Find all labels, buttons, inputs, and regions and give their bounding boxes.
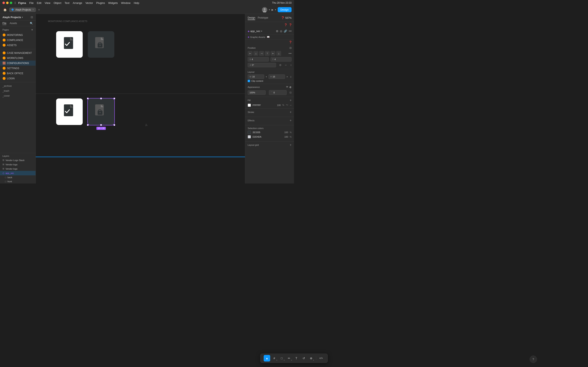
align-center-h-button[interactable]: ⊥ [253, 51, 258, 56]
resize-handle-tr[interactable] [113, 98, 115, 99]
fill-color-swatch[interactable] [248, 104, 251, 107]
corner-field[interactable]: ⌒ 0 [269, 90, 287, 95]
play-icon[interactable]: ▶ [272, 8, 273, 11]
project-name[interactable]: Aleph Projects ▾ [2, 16, 23, 19]
resize-handle-bc[interactable] [100, 124, 102, 126]
rotation-field[interactable]: ↺ 0° [248, 63, 276, 67]
expand-position-icon[interactable]: ⊡ [290, 47, 292, 49]
menu-plugins[interactable]: Plugins [96, 1, 105, 4]
canvas-frame-doc-check-2[interactable] [56, 99, 83, 125]
component-name[interactable]: ◈ app_sec ▾ [248, 30, 262, 33]
page-item-settings[interactable]: 🟠 SETTINGS [0, 66, 35, 71]
menu-view[interactable]: View [45, 1, 51, 4]
resize-handle-tl[interactable] [87, 98, 89, 99]
tab-design[interactable]: Design [248, 16, 255, 20]
resize-handle-tc[interactable] [100, 98, 102, 99]
add-tab-button[interactable]: + [37, 8, 41, 12]
minimize-button[interactable] [6, 2, 9, 4]
x-field[interactable]: X 4 [248, 57, 269, 62]
center-rotation-icon[interactable]: ⊙ [279, 64, 281, 67]
align-left-button[interactable]: ⊢ [248, 51, 252, 56]
page-item-compliance[interactable]: 🟠 COMPLIANCE [0, 38, 35, 43]
page-item-archive[interactable]: _archive [0, 83, 35, 89]
resize-handle-br[interactable] [113, 124, 115, 126]
tab-assets[interactable]: Assets [9, 22, 17, 25]
layer-vendor-logo-1[interactable]: ⊞ Vendor logo [0, 162, 35, 167]
fill-style-icon[interactable]: 〜 [286, 103, 288, 107]
flip-h-icon[interactable]: ↔ [285, 64, 287, 67]
menu-object[interactable]: Object [54, 1, 61, 4]
menu-edit[interactable]: Edit [37, 1, 41, 4]
add-effect-button[interactable]: + [290, 119, 292, 122]
canvas-frame-doc-lock-selected[interactable]: 16 × 16 [88, 99, 114, 125]
traffic-lights[interactable] [2, 2, 12, 4]
clip-content-checkbox[interactable]: ✓ [248, 80, 250, 82]
layer-vendor-logo-2[interactable]: ⊞ Vendor logo [0, 167, 35, 171]
tab-file[interactable]: File [2, 22, 6, 25]
page-item-workflows[interactable]: 🟠 WORKFLOWS [0, 55, 35, 60]
grid-icon[interactable]: ⊞ [276, 30, 278, 33]
menu-vector[interactable]: Vector [85, 1, 93, 4]
layer-back[interactable]: □ back [0, 175, 35, 179]
menu-text[interactable]: Text [65, 1, 69, 4]
search-icon[interactable]: 🔍 [30, 22, 33, 25]
page-item-assets[interactable]: 🟠 ASSETS [0, 43, 35, 48]
page-item-login[interactable]: 🟠 LOGIN [0, 76, 35, 81]
resize-handle-bl[interactable] [87, 124, 89, 126]
chevron-down-icon[interactable]: ▾ [269, 8, 270, 11]
page-item-configurations[interactable]: 🟫 CONFIGURATIONS [0, 60, 35, 66]
canvas-area[interactable]: MONITORING COMPLIANCE ASSETS [36, 14, 245, 184]
more-icon[interactable]: ••• [289, 30, 292, 33]
home-icon[interactable]: 🏠 [2, 7, 8, 12]
menu-help[interactable]: Help [134, 1, 139, 4]
sidebar-toggle-icon[interactable]: ⊟ [31, 16, 33, 19]
menu-window[interactable]: Window [121, 1, 130, 4]
page-item-case[interactable]: 🟠 CASE MANAGEMENT [0, 50, 35, 55]
remove-fill-icon[interactable]: − [290, 104, 292, 107]
close-button[interactable] [2, 2, 5, 4]
page-item-backoffice[interactable]: 🟠 BACK OFFICE [0, 71, 35, 76]
resize-proportional-icon[interactable]: ↕ [290, 75, 292, 78]
layer-vendor-logo-stack[interactable]: ⊞ Vendor Logo Stack [0, 158, 35, 162]
layer-front[interactable]: □ front [0, 179, 35, 184]
add-fill-button[interactable]: + [290, 99, 292, 102]
target-icon[interactable]: ◎ [280, 30, 282, 33]
y-field[interactable]: Y 4 [270, 57, 292, 62]
menu-file[interactable]: File [29, 1, 34, 4]
dropdown-w-icon[interactable]: ▾ [266, 76, 267, 78]
add-stroke-button[interactable]: + [290, 110, 292, 114]
sel-color-swatch-2[interactable] [248, 135, 251, 138]
menu-widgets[interactable]: Widgets [108, 1, 118, 4]
layer-app-sec[interactable]: ◇ app_sec [0, 171, 35, 175]
page-item-trash[interactable]: _trash [0, 89, 35, 93]
page-item-cover[interactable]: _cover [0, 93, 35, 98]
expand-corners-icon[interactable]: ⊡ [290, 91, 292, 94]
zoom-level[interactable]: 587% [285, 17, 292, 19]
fill-type-icon[interactable]: ◐ [290, 86, 292, 89]
opacity-field[interactable]: 100% [248, 90, 266, 95]
fill-opacity-value[interactable]: 100 [277, 104, 281, 106]
sel-color-swatch-1[interactable] [248, 131, 251, 134]
align-bottom-button[interactable]: ⊥ [276, 51, 281, 56]
align-center-v-button[interactable]: ⊢ [270, 51, 276, 56]
flip-v-icon[interactable]: ↕ [290, 64, 292, 67]
width-field[interactable]: W 16 [248, 75, 264, 79]
link-icon[interactable]: 🔗 [284, 30, 287, 33]
sel-color-hex-2[interactable]: D2D4DA [252, 136, 283, 138]
menu-arrange[interactable]: Arrange [73, 1, 82, 4]
chevron-down-icon-2[interactable]: ▾ [275, 8, 276, 11]
sel-color-hex-1[interactable]: 2E3335 [252, 131, 283, 133]
canvas-frame-doc-lock-dark[interactable] [88, 31, 114, 58]
dropdown-h-icon[interactable]: ▾ [287, 76, 288, 78]
maximize-button[interactable] [10, 2, 12, 4]
page-item-monitoring[interactable]: 🟠 MONITORING [0, 33, 35, 38]
add-grid-button[interactable]: + [290, 143, 292, 147]
add-page-button[interactable]: + [31, 28, 33, 32]
share-button[interactable]: Design [278, 7, 292, 12]
align-right-button[interactable]: ⊣ [259, 51, 264, 56]
height-field[interactable]: H 16 [268, 75, 285, 79]
eye-icon[interactable]: 👁 [286, 86, 288, 89]
canvas-frame-doc-check[interactable] [56, 31, 83, 58]
align-top-button[interactable]: ⊤ [265, 51, 270, 56]
tab-prototype[interactable]: Prototype [258, 16, 268, 20]
